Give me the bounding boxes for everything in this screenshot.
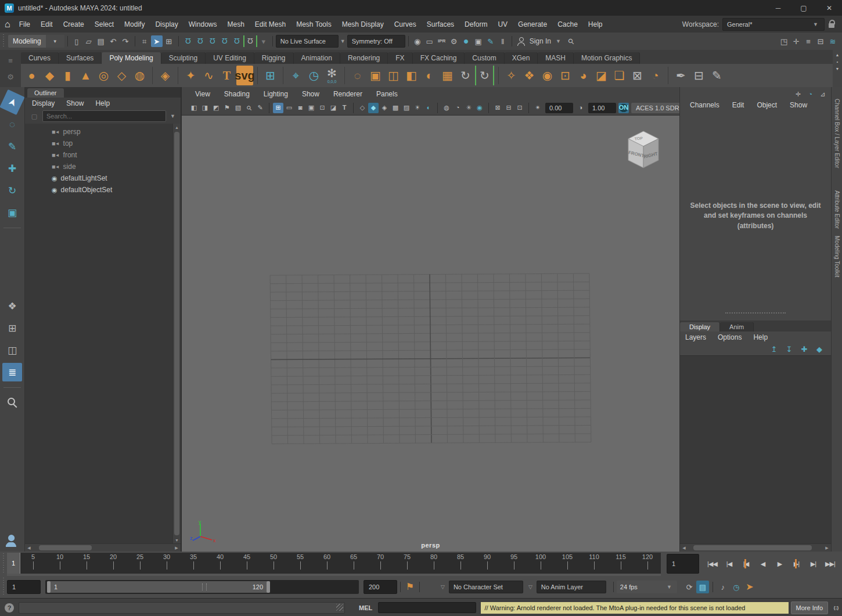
redo-icon[interactable]: ↷ (120, 35, 131, 47)
menu-edit[interactable]: Edit (35, 20, 58, 28)
layer-list[interactable] (680, 355, 831, 543)
live-surface-field[interactable]: No Live Surface (276, 35, 339, 48)
symmetry-field[interactable]: Symmetry: Off (347, 35, 405, 48)
go-to-start-button[interactable]: |◀◀ (705, 557, 719, 571)
current-time-field[interactable]: 1 (667, 554, 699, 574)
scroll-down-icon[interactable]: ▼ (175, 536, 179, 543)
timeslider-grip[interactable] (1, 553, 6, 574)
speed-state-icon[interactable]: ◔ (805, 89, 815, 99)
mirror-icon[interactable]: ◧ (403, 66, 420, 85)
shelf-tab-poly-modeling[interactable]: Poly Modeling (102, 52, 161, 64)
textured-icon[interactable]: ▩ (390, 103, 401, 113)
sign-in-button[interactable]: Sign In ▼ (517, 37, 563, 46)
script-editor-icon[interactable]: {;} (830, 602, 842, 614)
poly-cone-icon[interactable]: ▲ (77, 66, 94, 85)
outliner-menu-display[interactable]: Display (27, 99, 59, 107)
color-managed-toggle[interactable]: ON (618, 103, 629, 113)
layer-move-down-icon[interactable]: ↧ (783, 343, 795, 355)
zoom-search-icon[interactable]: ⚲ (563, 33, 579, 49)
frame-tick-120[interactable]: 120 (634, 553, 661, 574)
fill-hole-icon[interactable]: ⊡ (557, 66, 574, 85)
maximize-button[interactable]: ▢ (791, 0, 816, 16)
frame-tick-100[interactable]: 100 (527, 553, 554, 574)
clip-editor-icon[interactable]: ▤ (696, 581, 709, 593)
create-layer-from-selected-icon[interactable]: ◆ (814, 343, 825, 355)
zoom-layout-icon[interactable] (2, 394, 22, 412)
poly-torus-icon[interactable]: ◎ (95, 66, 112, 85)
frame-tick-65[interactable]: 65 (340, 553, 367, 574)
panel-menu-renderer[interactable]: Renderer (328, 90, 368, 98)
single-pane-layout-icon[interactable]: ❖ (2, 297, 22, 315)
panel-tab-attribute-editor[interactable]: Attribute Editor (834, 188, 840, 231)
bevel-icon[interactable]: ❖ (521, 66, 538, 85)
frame-tick-45[interactable]: 45 (233, 553, 260, 574)
frame-tick-5[interactable]: 5 (20, 553, 46, 574)
shadows-icon[interactable]: ◐ (423, 103, 434, 113)
snap-to-origin-icon[interactable]: ✻0,0,0 (323, 66, 340, 85)
menu-surfaces[interactable]: Surfaces (422, 20, 459, 28)
scrollbar-thumb[interactable] (693, 545, 812, 550)
panel-menu-panels[interactable]: Panels (371, 90, 403, 98)
manipulator-link-icon[interactable]: ✛ (793, 89, 803, 99)
add-bookmark-icon[interactable]: ⚑ (404, 581, 416, 593)
menu-set-dropdown[interactable]: Modeling▼ (8, 35, 64, 48)
shelf-tab-animation[interactable]: Animation (294, 52, 340, 64)
platonic-solid-icon[interactable]: ◈ (157, 66, 174, 85)
panel-menu-lighting[interactable]: Lighting (258, 90, 293, 98)
animation-end-field[interactable]: 200 (364, 580, 397, 594)
safe-action-icon[interactable]: ◪ (328, 103, 339, 113)
menu-display[interactable]: Display (150, 20, 183, 28)
paint-selection-tool-icon[interactable]: ✎ (2, 137, 22, 156)
field-chart-icon[interactable]: ⊡ (317, 103, 328, 113)
snap-to-point-icon[interactable]: Ω (207, 35, 218, 47)
scroll-up-icon[interactable]: ▲ (175, 124, 179, 131)
panel-layout-icon[interactable]: ⊟ (815, 35, 826, 47)
default-material-icon[interactable]: ▨ (401, 103, 412, 113)
frame-tick-105[interactable]: 105 (554, 553, 581, 574)
frame-tick-85[interactable]: 85 (447, 553, 474, 574)
frame-tick-115[interactable]: 115 (607, 553, 634, 574)
sweep-mesh-icon[interactable]: ✦ (182, 66, 199, 85)
shelf-tab-mash[interactable]: MASH (538, 52, 574, 64)
render-current-frame-icon[interactable]: ● (460, 35, 472, 47)
camera-lock-icon[interactable]: ◨ (200, 103, 210, 113)
poly-plane-icon[interactable]: ◇ (113, 66, 130, 85)
camera-attributes-icon[interactable]: ◩ (211, 103, 221, 113)
lighting-icon[interactable]: ☀ (412, 103, 423, 113)
open-scene-icon[interactable]: ▱ (83, 35, 95, 47)
layer-tab-anim[interactable]: Anim (720, 322, 754, 332)
safe-title-icon[interactable]: T (339, 103, 350, 113)
rotate-highlighted-icon[interactable]: ↻ (475, 66, 494, 85)
fps-dropdown[interactable]: 24 fps▼ (617, 581, 677, 593)
layer-menu-layers[interactable]: Layers (680, 333, 711, 341)
exposure-icon[interactable]: ✴ (532, 103, 543, 113)
menu-generate[interactable]: Generate (513, 20, 552, 28)
frame-tick-55[interactable]: 55 (287, 553, 314, 574)
isolate-remove-icon[interactable]: ⊡ (514, 103, 525, 113)
four-pane-layout-icon[interactable]: ⊞ (2, 319, 22, 337)
occlusion-icon[interactable]: ◍ (441, 103, 452, 113)
render-frame-icon[interactable]: ▭ (424, 35, 436, 47)
layer-hscrollbar[interactable]: ◀ ▶ (680, 543, 831, 552)
scrollbar-thumb[interactable] (174, 132, 179, 535)
shelf-tab-fx[interactable]: FX (388, 52, 412, 64)
view-cube[interactable]: TOP FRONT RIGHT (621, 126, 665, 174)
menu-curves[interactable]: Curves (389, 20, 422, 28)
shelf-tab-xgen[interactable]: XGen (505, 52, 538, 64)
frame-selected-icon[interactable]: ◳ (778, 35, 790, 47)
channelbox-menu-edit[interactable]: Edit (727, 101, 750, 109)
type-tool-icon[interactable]: T (218, 66, 235, 85)
new-scene-icon[interactable]: ▯ (71, 35, 82, 47)
quad-draw-icon[interactable]: ✎ (708, 66, 725, 85)
select-by-object-icon[interactable]: ➤ (151, 35, 163, 47)
workspace-lock-icon[interactable] (828, 20, 836, 28)
shelf-tab-surfaces[interactable]: Surfaces (59, 52, 102, 64)
smooth-shade-icon[interactable]: ◆ (368, 103, 379, 113)
shelf-tab-fx-caching[interactable]: FX Caching (413, 52, 465, 64)
mel-command-input[interactable] (378, 602, 476, 613)
shelf-tab-rigging[interactable]: Rigging (254, 52, 294, 64)
frame-tick-95[interactable]: 95 (501, 553, 527, 574)
panel-tab-channel-box-layer-editor[interactable]: Channel Box / Layer Editor (834, 96, 840, 171)
channelbox-menu-channels[interactable]: Channels (685, 101, 725, 109)
shelf-tab-sculpting[interactable]: Sculpting (161, 52, 206, 64)
